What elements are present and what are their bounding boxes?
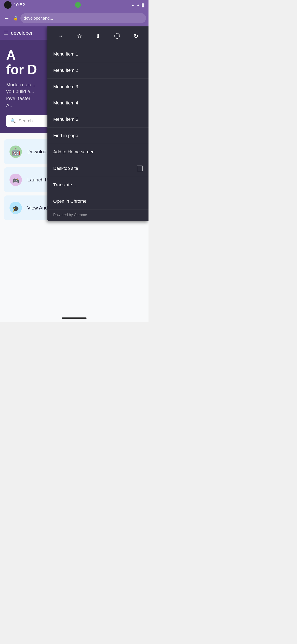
menu-item-10[interactable]: Open in Chrome	[47, 193, 148, 210]
menu-item-6[interactable]: Find in page	[47, 128, 148, 144]
menu-item-3[interactable]: Menu item 3	[47, 79, 148, 95]
menu-item-8[interactable]: Desktop site	[47, 160, 148, 177]
page-logo: developer.	[11, 30, 34, 36]
forward-button[interactable]: →	[56, 31, 65, 41]
menu-item-label-2: Menu item 2	[53, 68, 78, 73]
signal-icon: ▲	[136, 3, 140, 7]
battery-icon: ▓	[142, 3, 144, 7]
menu-item-label-4: Menu item 4	[53, 100, 78, 106]
desktop-site-checkbox[interactable]	[137, 166, 143, 171]
status-center-dot	[75, 2, 81, 8]
menu-item-1[interactable]: Menu item 1	[47, 46, 148, 62]
play-console-icon: 🎮	[8, 172, 23, 187]
lock-icon: 🔒	[13, 16, 18, 21]
menu-item-2[interactable]: Menu item 2	[47, 62, 148, 79]
svg-text:🎓: 🎓	[12, 206, 19, 212]
android-studio-icon: 🤖	[8, 144, 23, 159]
menu-item-label-1: Menu item 1	[53, 52, 78, 57]
download-button[interactable]: ⬇	[94, 31, 102, 41]
android-courses-icon: 🎓	[8, 200, 23, 215]
status-bar-left: 10:52	[4, 1, 25, 9]
dropdown-menu: → ☆ ⬇ ⓘ ↻ Menu item 1Menu item 2Menu ite…	[47, 26, 148, 221]
search-icon: 🔍	[10, 118, 16, 124]
menu-item-7[interactable]: Add to Home screen	[47, 144, 148, 160]
status-time: 10:52	[13, 2, 25, 8]
menu-item-label-5: Menu item 5	[53, 116, 78, 122]
status-bar-right: ▲ ▲ ▓	[131, 3, 144, 7]
wifi-icon: ▲	[131, 3, 135, 7]
search-placeholder: Search	[18, 118, 33, 124]
bookmark-button[interactable]: ☆	[75, 31, 84, 41]
powered-by-footer: Powered by Chrome	[47, 210, 148, 221]
dropdown-toolbar: → ☆ ⬇ ⓘ ↻	[47, 26, 148, 46]
svg-text:🤖: 🤖	[11, 148, 20, 156]
menu-item-4[interactable]: Menu item 4	[47, 95, 148, 111]
refresh-button[interactable]: ↻	[132, 31, 140, 41]
menu-items-list: Menu item 1Menu item 2Menu item 3Menu it…	[47, 46, 148, 210]
status-circle-icon	[4, 1, 11, 9]
menu-item-label-8: Desktop site	[53, 166, 78, 171]
svg-text:🎮: 🎮	[12, 177, 19, 184]
back-button[interactable]: ←	[2, 14, 11, 23]
menu-item-9[interactable]: Translate…	[47, 177, 148, 193]
url-bar[interactable]: developer.and...	[20, 13, 146, 23]
webpage: ☰ developer. A for D Modern too... you b…	[0, 26, 148, 322]
menu-item-5[interactable]: Menu item 5	[47, 111, 148, 128]
menu-item-label-10: Open in Chrome	[53, 198, 86, 204]
browser-chrome: ← 🔒 developer.and...	[0, 10, 148, 26]
menu-item-label-9: Translate…	[53, 182, 76, 188]
menu-item-label-7: Add to Home screen	[53, 149, 95, 154]
menu-item-label-3: Menu item 3	[53, 84, 78, 90]
hamburger-icon[interactable]: ☰	[3, 30, 8, 36]
url-text: developer.and...	[24, 16, 53, 21]
info-button[interactable]: ⓘ	[113, 30, 122, 42]
menu-item-label-6: Find in page	[53, 133, 78, 138]
status-bar: 10:52 ▲ ▲ ▓	[0, 0, 148, 10]
home-indicator	[62, 318, 87, 319]
